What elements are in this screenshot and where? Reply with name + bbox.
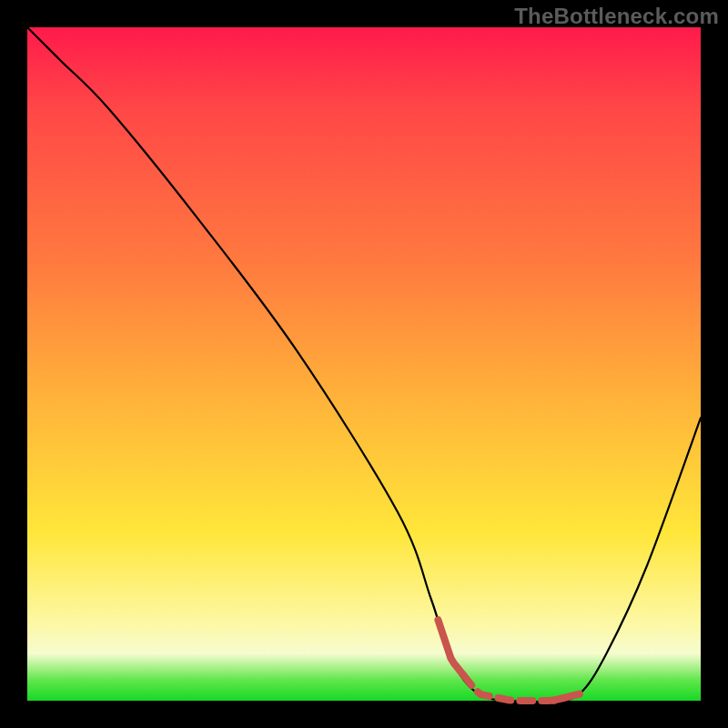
optimal-marker-left [438,620,463,675]
optimal-marker-mid [463,675,553,701]
optimal-marker-right [554,694,580,701]
bottleneck-curve-path [27,27,701,702]
watermark-text: TheBottleneck.com [514,4,719,29]
chart-frame: TheBottleneck.com [0,0,728,728]
curve-svg [27,27,701,701]
plot-area [27,27,701,701]
